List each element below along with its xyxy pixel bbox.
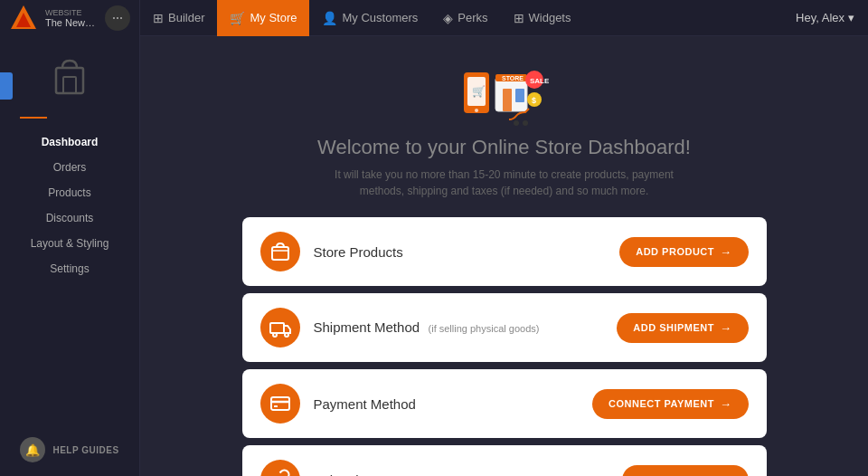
nav-links: ⊞ Builder 🛒 My Store 👤 My Customers ◈ Pe…: [140, 0, 782, 36]
shipment-icon: [260, 308, 300, 347]
add-shipment-label: ADD SHIPMENT: [633, 322, 714, 333]
svg-rect-26: [274, 405, 278, 407]
shipment-subtitle: (if selling physical goods): [429, 323, 540, 334]
sidebar-divider: [20, 117, 47, 119]
svg-rect-9: [503, 89, 512, 111]
sidebar-item-dashboard[interactable]: Dashboard: [0, 129, 139, 155]
card-payment-method: Payment Method CONNECT PAYMENT →: [242, 369, 767, 438]
svg-rect-21: [270, 323, 284, 333]
connect-payment-label: CONNECT PAYMENT: [609, 398, 714, 409]
add-product-label: ADD PRODUCT: [636, 246, 714, 257]
svg-text:$: $: [532, 96, 536, 105]
card-shipment-method: Shipment Method (if selling physical goo…: [242, 293, 767, 362]
website-info: WEBSITE The New Way T...: [45, 8, 98, 28]
svg-rect-3: [63, 77, 76, 93]
logo-icon: [9, 4, 38, 33]
perks-icon: ◈: [443, 11, 453, 25]
cards-container: Store Products ADD PRODUCT →: [242, 217, 767, 476]
shipment-title-area: Shipment Method (if selling physical goo…: [314, 319, 540, 336]
add-product-button[interactable]: ADD PRODUCT →: [619, 237, 748, 267]
svg-point-6: [475, 109, 478, 112]
nav-widgets[interactable]: ⊞ Widgets: [501, 0, 584, 36]
svg-rect-19: [272, 247, 288, 260]
svg-rect-2: [56, 68, 83, 93]
store-nav-icon: 🛒: [230, 11, 245, 25]
sidebar: Dashboard Orders Products Discounts Layo…: [0, 36, 140, 476]
connect-payment-arrow: →: [720, 397, 732, 411]
salesflyapp-arrow: →: [720, 473, 732, 477]
svg-rect-10: [515, 89, 524, 102]
card-salesflyapp: SalesFlyApp SALESFLYAPP →: [242, 445, 767, 476]
main-layout: Dashboard Orders Products Discounts Layo…: [0, 36, 868, 476]
website-name: The New Way T...: [45, 17, 98, 28]
sidebar-store-icon: [52, 54, 88, 99]
sidebar-item-orders[interactable]: Orders: [0, 155, 139, 180]
notification-bell[interactable]: 🔔: [20, 437, 45, 462]
svg-point-22: [273, 333, 277, 337]
sidebar-item-discounts[interactable]: Discounts: [0, 205, 139, 231]
card-left-shipment: Shipment Method (if selling physical goo…: [260, 308, 540, 347]
card-left-salesflyapp: SalesFlyApp: [260, 460, 390, 476]
customers-icon: 👤: [322, 11, 337, 25]
salesflyapp-button[interactable]: SALESFLYAPP →: [622, 465, 748, 477]
nav-my-customers[interactable]: 👤 My Customers: [309, 0, 430, 36]
widgets-icon: ⊞: [514, 11, 524, 25]
sidebar-bottom: 🔔 HELP GUIDES: [20, 437, 118, 476]
website-menu-button[interactable]: ⋯: [105, 5, 130, 31]
user-dropdown-arrow: ▾: [848, 11, 854, 24]
nav-my-store[interactable]: 🛒 My Store: [217, 0, 309, 36]
svg-point-23: [285, 333, 288, 337]
svg-text:🛒: 🛒: [472, 84, 486, 98]
sidebar-item-products[interactable]: Products: [0, 180, 139, 205]
svg-point-17: [514, 120, 519, 126]
add-shipment-button[interactable]: ADD SHIPMENT →: [617, 313, 748, 343]
shipment-method-title: Shipment Method: [314, 319, 420, 335]
website-label: WEBSITE: [45, 8, 98, 17]
nav-builder[interactable]: ⊞ Builder: [140, 0, 217, 36]
card-left-payment: Payment Method: [260, 384, 416, 424]
store-products-title: Store Products: [314, 244, 403, 260]
svg-text:SALE: SALE: [530, 77, 550, 85]
card-left-store-products: Store Products: [260, 232, 403, 271]
help-guides-label[interactable]: HELP GUIDES: [52, 445, 118, 455]
logo-area: WEBSITE The New Way T... ⋯: [0, 0, 140, 36]
add-shipment-arrow: →: [720, 321, 732, 335]
nav-perks[interactable]: ◈ Perks: [430, 0, 500, 36]
left-bookmark: [0, 72, 13, 100]
top-navigation: WEBSITE The New Way T... ⋯ ⊞ Builder 🛒 M…: [0, 0, 868, 36]
connect-payment-button[interactable]: CONNECT PAYMENT →: [592, 389, 748, 419]
payment-icon: [260, 384, 300, 424]
sidebar-item-settings[interactable]: Settings: [0, 256, 139, 281]
svg-rect-24: [271, 397, 289, 410]
user-greeting-area[interactable]: Hey, Alex ▾: [782, 11, 868, 24]
salesflyapp-icon: [260, 460, 300, 476]
main-content: 🛒 STORE SALE $ Welcome to your Online St…: [140, 36, 868, 476]
sidebar-nav: Dashboard Orders Products Discounts Layo…: [0, 129, 139, 281]
store-products-icon: [260, 232, 300, 271]
store-hero-image: 🛒 STORE SALE $: [455, 54, 554, 127]
sidebar-item-layout[interactable]: Layout & Styling: [0, 231, 139, 256]
payment-method-title: Payment Method: [314, 396, 416, 412]
salesflyapp-title: SalesFlyApp: [314, 472, 390, 477]
add-product-arrow: →: [720, 245, 732, 259]
svg-text:STORE: STORE: [502, 75, 524, 81]
welcome-title: Welcome to your Online Store Dashboard!: [317, 136, 691, 159]
welcome-subtitle: It will take you no more than 15-20 minu…: [333, 167, 676, 199]
svg-point-18: [523, 120, 528, 126]
card-store-products: Store Products ADD PRODUCT →: [242, 217, 767, 286]
user-greeting-text: Hey, Alex: [796, 11, 844, 24]
builder-icon: ⊞: [153, 11, 164, 25]
